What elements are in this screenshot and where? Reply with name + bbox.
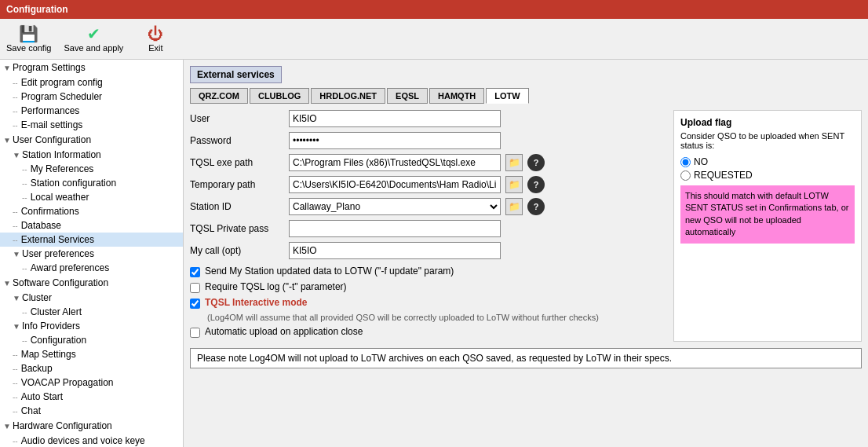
- sidebar-item-configuration[interactable]: -- Configuration: [0, 333, 183, 347]
- sidebar-item-my-references[interactable]: -- My References: [0, 162, 183, 176]
- radio-no-label: NO: [694, 156, 708, 167]
- tab-hrdlog[interactable]: HRDLOG.NET: [311, 88, 385, 104]
- sidebar-label: Hardware Configuration: [13, 420, 112, 431]
- expand-icon: ▼: [3, 64, 11, 72]
- sidebar-item-auto-start[interactable]: -- Auto Start: [0, 390, 183, 404]
- sidebar-item-edit-program-config[interactable]: -- Edit program config: [0, 75, 183, 90]
- expand-icon: ▼: [13, 250, 20, 258]
- tabs-container: QRZ.COM CLUBLOG HRDLOG.NET EQSL HAMQTH L…: [190, 88, 862, 104]
- sidebar-item-backup[interactable]: -- Backup: [0, 361, 183, 376]
- sidebar-label: VOACAP Propagation: [21, 377, 114, 388]
- auto-upload-label: Automatic upload on application close: [205, 326, 363, 337]
- require-tqsl-checkbox[interactable]: [190, 283, 200, 293]
- temp-path-help-button[interactable]: ?: [527, 176, 545, 193]
- sidebar-label: Auto Start: [21, 391, 63, 402]
- temp-path-label: Temporary path: [190, 179, 284, 190]
- station-id-help-button[interactable]: ?: [527, 198, 545, 215]
- sidebar-label: User Configuration: [13, 134, 91, 145]
- temp-path-folder-button[interactable]: 📁: [505, 176, 523, 193]
- sidebar-item-user-preferences[interactable]: ▼ User preferences: [0, 247, 183, 261]
- radio-requested-row: REQUESTED: [680, 170, 855, 181]
- auto-upload-checkbox[interactable]: [190, 328, 200, 338]
- sidebar-item-chat[interactable]: -- Chat: [0, 404, 183, 418]
- sidebar-item-voacap[interactable]: -- VOACAP Propagation: [0, 376, 183, 390]
- require-tqsl-label: Require TQSL log ("-t" parameter): [205, 281, 347, 292]
- sidebar-label: Station Information: [22, 149, 101, 160]
- sidebar-item-station-configuration[interactable]: -- Station configuration: [0, 176, 183, 190]
- radio-requested[interactable]: [680, 170, 691, 181]
- sidebar-label: Edit program config: [21, 77, 103, 88]
- sidebar-item-hardware-configuration[interactable]: ▼ Hardware Configuration: [0, 418, 183, 434]
- send-station-data-row: Send My Station updated data to LOTW ("-…: [190, 266, 664, 277]
- my-call-input[interactable]: [289, 242, 501, 259]
- title-label: Configuration: [6, 4, 68, 15]
- tqsl-exe-help-button[interactable]: ?: [527, 154, 545, 171]
- user-input[interactable]: [289, 110, 501, 127]
- tab-clublog[interactable]: CLUBLOG: [250, 88, 309, 104]
- main-layout: ▼ Program Settings -- Edit program confi…: [0, 60, 868, 447]
- sidebar-scroll[interactable]: ▼ Program Settings -- Edit program confi…: [0, 60, 183, 447]
- tqsl-interactive-checkbox[interactable]: [190, 299, 200, 309]
- tab-hamqth[interactable]: HAMQTH: [429, 88, 484, 104]
- sidebar-item-program-scheduler[interactable]: -- Program Scheduler: [0, 90, 183, 104]
- sidebar-label: Software Configuration: [13, 277, 108, 288]
- tqsl-private-label: TQSL Private pass: [190, 223, 284, 234]
- station-id-select[interactable]: Callaway_Plano: [289, 198, 501, 215]
- sidebar-item-cluster-alert[interactable]: -- Cluster Alert: [0, 305, 183, 319]
- tqsl-exe-folder-button[interactable]: 📁: [505, 154, 523, 171]
- radio-no-row: NO: [680, 156, 855, 167]
- upload-flag-panel: Upload flag Consider QSO to be uploaded …: [673, 110, 862, 342]
- tqsl-exe-row: TQSL exe path 📁 ?: [190, 154, 664, 171]
- sidebar-item-map-settings[interactable]: -- Map Settings: [0, 347, 183, 361]
- sidebar-label: Award preferences: [31, 262, 110, 273]
- send-station-data-label: Send My Station updated data to LOTW ("-…: [205, 266, 454, 277]
- sidebar-item-info-providers[interactable]: ▼ Info Providers: [0, 319, 183, 333]
- tab-eqsl[interactable]: EQSL: [387, 88, 428, 104]
- sidebar-item-email-settings[interactable]: -- E-mail settings: [0, 118, 183, 132]
- sidebar-item-station-information[interactable]: ▼ Station Information: [0, 148, 183, 162]
- require-tqsl-row: Require TQSL log ("-t" parameter): [190, 281, 664, 293]
- send-station-data-checkbox[interactable]: [190, 267, 200, 277]
- temp-path-input[interactable]: [289, 176, 501, 193]
- radio-no[interactable]: [680, 157, 691, 167]
- expand-icon: ▼: [13, 322, 20, 331]
- sidebar-item-confirmations[interactable]: -- Confirmations: [0, 204, 183, 218]
- save-apply-label: Save and apply: [64, 43, 123, 53]
- sidebar-item-award-preferences[interactable]: -- Award preferences: [0, 261, 183, 275]
- save-apply-button[interactable]: ✔ Save and apply: [64, 26, 123, 53]
- bottom-note: Please note Log4OM will not upload to Lo…: [190, 348, 862, 368]
- station-id-row: Station ID Callaway_Plano 📁 ?: [190, 198, 664, 215]
- sidebar-item-local-weather[interactable]: -- Local weather: [0, 190, 183, 204]
- sidebar-item-software-configuration[interactable]: ▼ Software Configuration: [0, 275, 183, 291]
- tab-lotw[interactable]: LOTW: [486, 88, 528, 104]
- tab-qrz[interactable]: QRZ.COM: [190, 88, 248, 104]
- sidebar-item-cluster[interactable]: ▼ Cluster: [0, 291, 183, 305]
- tqsl-exe-input[interactable]: [289, 154, 501, 171]
- sidebar-label: Info Providers: [22, 321, 80, 332]
- sidebar: ▼ Program Settings -- Edit program confi…: [0, 60, 184, 447]
- save-config-button[interactable]: 💾 Save config: [6, 26, 51, 53]
- sidebar-item-performances[interactable]: -- Performances: [0, 104, 183, 118]
- station-id-folder-button[interactable]: 📁: [505, 198, 523, 215]
- sidebar-item-audio-devices[interactable]: -- Audio devices and voice keye: [0, 434, 183, 447]
- sidebar-item-program-settings[interactable]: ▼ Program Settings: [0, 60, 183, 75]
- sidebar-label: Confirmations: [21, 206, 79, 217]
- sidebar-label: E-mail settings: [21, 119, 83, 130]
- form-left: User Password TQSL exe path 📁 ?: [190, 110, 664, 342]
- toolbar: 💾 Save config ✔ Save and apply ⏻ Exit: [0, 19, 868, 60]
- password-input[interactable]: [289, 132, 501, 149]
- upload-flag-title: Upload flag: [680, 117, 855, 128]
- sidebar-label: My References: [31, 163, 94, 174]
- exit-button[interactable]: ⏻ Exit: [136, 26, 175, 53]
- sidebar-label: Local weather: [31, 192, 89, 203]
- station-id-label: Station ID: [190, 201, 284, 212]
- sidebar-label: Program Scheduler: [21, 91, 102, 102]
- sidebar-item-external-services[interactable]: -- External Services: [0, 233, 183, 247]
- tqsl-interactive-subtext: (Log4OM will assume that all provided QS…: [207, 313, 664, 322]
- temp-path-row: Temporary path 📁 ?: [190, 176, 664, 193]
- sidebar-item-database[interactable]: -- Database: [0, 218, 183, 233]
- sidebar-item-user-configuration[interactable]: ▼ User Configuration: [0, 132, 183, 148]
- form-content: User Password TQSL exe path 📁 ?: [190, 110, 862, 342]
- expand-icon: ▼: [3, 279, 11, 288]
- tqsl-private-input[interactable]: [289, 220, 501, 237]
